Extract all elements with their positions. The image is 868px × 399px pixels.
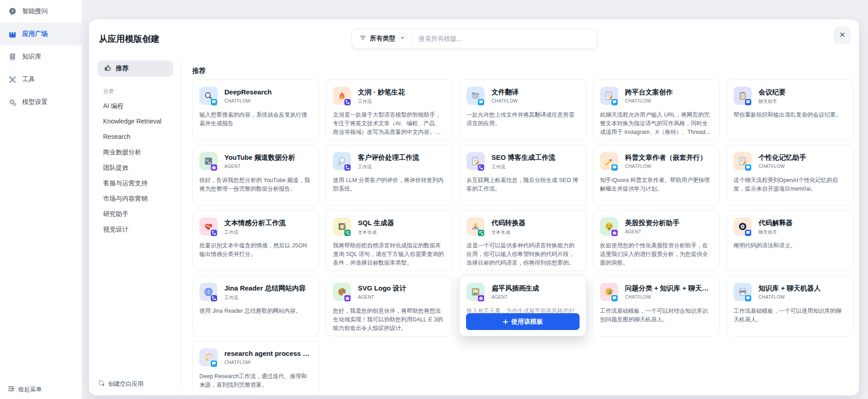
card-title: YouTube 频道数据分析 xyxy=(224,153,295,162)
close-modal-button[interactable] xyxy=(833,27,851,44)
thumbs-up-icon xyxy=(104,64,112,73)
card-description: 知乎/Quora 科普文章作者。帮助用户更快理解概念并提供学习计划。 xyxy=(600,176,713,193)
memo-icon xyxy=(734,152,752,170)
model-settings-icon xyxy=(8,98,17,107)
template-card[interactable]: SQL 生成器文本生成我将帮助你把自然语言转化成指定的数据库查询 SQL 语句，… xyxy=(326,210,453,271)
template-card[interactable]: DeepResearchCHATFLOW输入想要搜索的内容，系统就会反复执行搜索… xyxy=(192,79,319,140)
card-type-label: CHATFLOW xyxy=(224,99,272,103)
template-card[interactable]: 问题分类 + 知识库 + 聊天机...CHATFLOW工作流基础模板，一个可以对… xyxy=(593,276,720,336)
chatflow-badge-icon xyxy=(744,295,752,302)
card-title: 美股投资分析助手 xyxy=(625,218,680,227)
template-card[interactable]: 文件翻译CHATFLOW一款允许您上传文件并将其翻译成任意所需语言的应用。 xyxy=(459,79,586,140)
card-header: 问题分类 + 知识库 + 聊天机...CHATFLOW xyxy=(600,283,713,301)
sidebar-item-label: 应用广场 xyxy=(22,30,48,38)
template-card[interactable]: 文润 · 妙笔生花工作流文润是一款基于大型语言模型的智能助手，专注于将英文技术文… xyxy=(326,79,453,140)
collapse-menu-button[interactable]: 收起菜单 xyxy=(0,380,49,399)
type-filter-dropdown[interactable]: 所有类型 xyxy=(359,34,406,43)
create-blank-app-label: 创建空白应用 xyxy=(108,380,144,388)
category-item[interactable]: 研究助手 xyxy=(89,206,181,222)
chatflow-badge-icon xyxy=(210,99,218,106)
category-item[interactable]: 视觉设计 xyxy=(89,222,181,237)
template-card[interactable]: 知识库 + 聊天机器人CHATFLOW工作流基础模板，一个可以使用知识库的聊天机… xyxy=(726,276,853,336)
template-card[interactable]: Jina Reader 总结网站内容工作流使用 Jina Reader 总结爬取… xyxy=(192,276,319,336)
card-type-label: AGENT xyxy=(358,295,407,300)
card-title: 科普文章作者（嵌套并行） xyxy=(625,153,707,162)
template-card[interactable]: SVG Logo 设计AGENT您好，我是您的创意伙伴，将帮助您将想法生动地实现… xyxy=(326,276,453,336)
card-header: research agent process flowCHATFLOW xyxy=(199,348,312,366)
sidebar-item-knowledge-base[interactable]: 知识库 xyxy=(0,45,82,68)
workflow-badge-icon xyxy=(210,229,218,236)
clipboard-icon xyxy=(734,87,752,105)
svg-text:34: 34 xyxy=(208,161,211,164)
category-item[interactable]: 市场与内容营销 xyxy=(89,191,181,206)
sidebar-nav: ?智能搜问应用广场知识库工具模型设置 xyxy=(0,0,82,113)
template-card[interactable]: 科普文章作者（嵌套并行）CHATFLOW知乎/Quora 科普文章作者。帮助用户… xyxy=(593,145,720,206)
card-title: 文件翻译 xyxy=(491,88,519,97)
category-item[interactable]: 客服与运营支持 xyxy=(89,175,181,191)
template-category-panel: 推荐 分类 AI 编程Knowledge RetrievalResearch商业… xyxy=(89,59,182,395)
template-card[interactable]: 扁平风插画生成AGENT输入相关元素，为你生成扁平插画风格的封面图片。使用该模板 xyxy=(459,276,586,336)
memo-icon xyxy=(600,87,618,105)
template-card[interactable]: $$美股投资分析助手AGENT欢迎使用您的个性化美股投资分析助手，在这里我们深入… xyxy=(593,210,720,271)
template-card[interactable]: 跨平台文案创作CHATFLOW此聊天流程允许用户输入 URL，将网页的完整文本转… xyxy=(593,79,720,140)
category-item[interactable]: 商业数据分析 xyxy=(89,144,181,160)
card-type-label: CHATFLOW xyxy=(224,360,311,365)
agent-badge-icon xyxy=(477,295,485,302)
agent-badge-icon xyxy=(611,229,618,236)
card-description: 使用 Jina Reader 总结爬取的网站内容。 xyxy=(199,307,312,315)
money-face-icon: $$ xyxy=(600,217,618,236)
completion-badge-icon xyxy=(344,229,351,236)
card-type-label: 文本生成 xyxy=(358,229,394,236)
template-card[interactable]: 1234YouTube 频道数据分析AGENT你好，告诉我您想分析的 YouTu… xyxy=(192,145,319,206)
category-item[interactable]: AI 编程 xyxy=(89,98,181,113)
template-card[interactable]: 文本情感分析工作流工作流批量识别文本中蕴含的情感，然后以 JSON 输出情感分类… xyxy=(192,210,319,271)
category-item[interactable]: Knowledge Retrieval xyxy=(89,113,181,129)
card-title: research agent process flow xyxy=(224,349,311,358)
card-header: 文本情感分析工作流工作流 xyxy=(199,217,312,236)
card-title-block: 美股投资分析助手AGENT xyxy=(625,217,680,236)
category-section-label: 分类 xyxy=(103,88,181,95)
card-title-block: 扁平风插画生成AGENT xyxy=(491,283,539,301)
card-description: 文润是一款基于大型语言模型的智能助手，专注于将英文技术文章（AI、编程、产品、商… xyxy=(333,111,446,137)
agent-badge-icon xyxy=(344,295,351,302)
chatflow-badge-icon xyxy=(210,360,218,367)
card-type-label: AGENT xyxy=(625,229,680,234)
chatflow-badge-icon xyxy=(477,99,485,106)
template-card[interactable]: 代码解释器聊天助手阐明代码的语法和语义。 xyxy=(726,210,853,271)
template-card[interactable]: research agent process flowCHATFLOWDeep … xyxy=(192,341,319,395)
sidebar-item-smart-search[interactable]: ?智能搜问 xyxy=(0,0,82,23)
card-description: 这个聊天流程受到OpenAI个性化记忆的启发，提示来自开源项目mem0ai。 xyxy=(734,176,846,193)
agent-badge-icon xyxy=(210,164,218,171)
knowledge-icon xyxy=(8,53,17,61)
card-title: SQL 生成器 xyxy=(358,218,394,227)
search-divider xyxy=(412,34,412,44)
template-card[interactable]: SEO 博客生成工作流工作流从互联网上检索信息，随后分段生成 SEO 博客的工作… xyxy=(459,145,586,206)
use-template-label: 使用该模板 xyxy=(511,318,543,326)
sidebar-item-tools[interactable]: 工具 xyxy=(0,68,82,91)
card-title: SVG Logo 设计 xyxy=(358,284,407,293)
svg-text:$: $ xyxy=(607,224,608,227)
technologist-icon xyxy=(466,217,485,236)
tab-recommended[interactable]: 推荐 xyxy=(98,60,173,77)
card-type-label: 工作流 xyxy=(224,229,286,236)
sidebar-item-model-settings[interactable]: 模型设置 xyxy=(0,91,82,113)
template-list-area: 推荐 DeepResearchCHATFLOW输入想要搜索的内容，系统就会反复执… xyxy=(182,59,859,395)
card-title: 代码解释器 xyxy=(759,218,793,227)
card-title: 文润 · 妙笔生花 xyxy=(358,88,405,97)
template-card[interactable]: 个性化记忆助手CHATFLOW这个聊天流程受到OpenAI个性化记忆的启发，提示… xyxy=(726,145,853,206)
category-item[interactable]: 团队提效 xyxy=(89,160,181,175)
plus-icon xyxy=(503,319,508,325)
template-card[interactable]: 代码转换器文本生成这是一个可以提供多种代码语言转换能力的应用，你可以输入你希望转… xyxy=(459,210,586,271)
template-card[interactable]: 客户评价处理工作流工作流使用 LLM 分类客户的评价，将评价转发到内部系统。 xyxy=(326,145,453,206)
template-search-input[interactable] xyxy=(419,35,589,42)
card-header: 代码转换器文本生成 xyxy=(466,217,579,236)
card-header: 知识库 + 聊天机器人CHATFLOW xyxy=(734,283,846,301)
type-filter-value: 所有类型 xyxy=(370,34,396,43)
category-item[interactable]: Research xyxy=(89,129,181,144)
sidebar-item-app-marketplace[interactable]: 应用广场 xyxy=(0,23,82,45)
create-blank-app-button[interactable]: 创建空白应用 xyxy=(98,380,144,388)
use-template-button[interactable]: 使用该模板 xyxy=(466,313,580,330)
card-title: Jina Reader 总结网站内容 xyxy=(224,284,306,293)
category-list: AI 编程Knowledge RetrievalResearch商业数据分析团队… xyxy=(89,98,181,237)
template-card[interactable]: 会议纪要聊天助手帮你重新组织和输出混乱复杂的会议纪要。 xyxy=(726,79,853,140)
